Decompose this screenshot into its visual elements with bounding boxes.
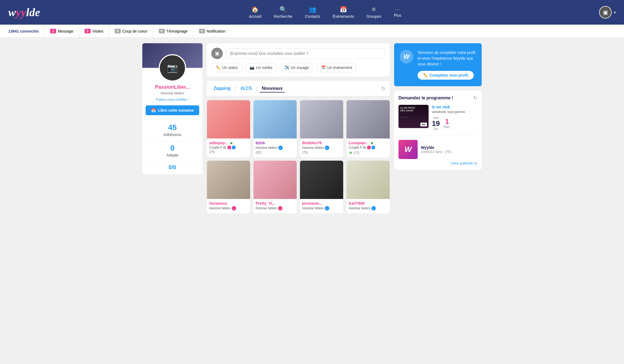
user-avatar[interactable]: ▣	[599, 6, 612, 19]
profile-info-jeromean: jeromean... Homme hétéro ✓	[300, 199, 343, 213]
avatar-icon: ▣	[603, 9, 608, 16]
profile-score-bubbles78: (75)	[302, 151, 341, 154]
profile-name-prettyvi: Pretty_Vi...	[256, 201, 294, 206]
profile-info-lovepapi: Lovepapi... Couple F Bi ♀ ♂ ★ (77)	[346, 138, 390, 157]
profile-type-saltnpep: Couple F Bi ♀ ♂	[209, 146, 248, 149]
event-part-count: 1	[444, 118, 450, 125]
nav-contacts[interactable]: 👥 Contacts	[300, 4, 325, 21]
status-visites[interactable]: 2 Visites	[79, 25, 109, 37]
user-avatar-nav[interactable]: ▣ ▾	[599, 6, 616, 19]
programme-title: Demandez le programme !	[398, 96, 453, 100]
profiles-grid: saltnpep... Couple F Bi ♀ ♂ (75)	[207, 100, 390, 213]
verified-badge-bubbles78: ✓	[325, 146, 329, 150]
status-notification[interactable]: 0 Notification	[193, 25, 231, 37]
adepte-label: Adepte	[142, 153, 203, 157]
nav-accueil[interactable]: 🏠 Accueil	[244, 4, 266, 21]
calendar-small-icon: 📅	[151, 108, 156, 112]
profile-score-lovepapi: ★ (77)	[349, 150, 388, 155]
nav-contacts-label: Contacts	[305, 14, 320, 19]
contacts-icon: 👥	[309, 6, 316, 13]
tab-nouveaux[interactable]: Nouveaux	[260, 85, 285, 93]
club-info: Wyylde 1899211 fans (75)	[421, 145, 477, 154]
nav-plus-label: Plus	[394, 13, 401, 18]
profile-card-jeromean[interactable]: jeromean... Homme hétéro ✓	[300, 161, 343, 213]
tab-separator-1: |	[235, 86, 236, 92]
profile-card-b2ob[interactable]: b2ob Homme hétéro ✓ (92)	[253, 100, 297, 157]
nav-plus[interactable]: ··· Plus	[389, 5, 406, 20]
profile-card-bubbles78[interactable]: Bubbles78 Homme hétéro ✓ (75)	[300, 100, 343, 157]
post-statut-button[interactable]: ✏️ Un statut	[211, 63, 242, 72]
coup-badge: 0	[115, 29, 121, 33]
free-week-button[interactable]: 📅 Libre cette semaine	[146, 105, 199, 115]
profile-img-lovepapi	[346, 100, 390, 138]
profile-avatar[interactable]: 📷	[159, 54, 186, 82]
profile-type: Homme hétéro	[142, 91, 203, 95]
center-content: ▣ ✏️ Un statut 📷 Un média ✈️ Un voyage	[207, 43, 390, 213]
post-evenement-button[interactable]: 📅 Un événement	[316, 63, 357, 72]
status-message[interactable]: 1 Message	[44, 25, 79, 37]
event-name[interactable]: le we club	[432, 105, 477, 109]
tab-lcs[interactable]: #LCS	[238, 85, 254, 93]
programme-header: Demandez le programme ! ↻	[398, 95, 477, 101]
profile-name-bubbles78: Bubbles78	[302, 141, 341, 145]
profile-img-karl7800	[346, 161, 390, 199]
profile-name-ourannos: Ourannos	[209, 201, 248, 206]
nav-groupes[interactable]: ⚛ Groupes	[362, 4, 386, 21]
complete-profile-button[interactable]: ✏️ Compléter mon profil	[418, 71, 474, 80]
home-icon: 🏠	[251, 6, 259, 13]
pub-link[interactable]: Votre publicité ici	[398, 161, 477, 165]
profile-card-ourannos[interactable]: Ourannos Homme hétéro ✓	[207, 161, 250, 213]
verified-badge-b2ob: ✓	[278, 146, 283, 150]
site-logo[interactable]: wyylde	[8, 6, 40, 19]
complete-profile-content: Terminez de compléter votre profil et vi…	[418, 50, 476, 80]
profile-info-saltnpep: saltnpep... Couple F Bi ♀ ♂ (75)	[207, 138, 250, 156]
ratio-block: 0/0	[142, 162, 203, 174]
profile-name-b2ob: b2ob	[256, 141, 294, 145]
club-fans-row: 1899211 fans (75)	[421, 150, 477, 154]
profile-img-prettyvi	[253, 161, 297, 199]
groups-icon: ⚛	[371, 6, 377, 13]
adepte-count: 0	[142, 144, 203, 152]
event-icon: 📅	[321, 65, 326, 70]
complete-profile-text: Terminez de compléter votre profil et vi…	[418, 50, 476, 67]
complete-profile-card: W Terminez de compléter votre profil et …	[394, 43, 482, 86]
club-row: W Wyylde 1899211 fans (75)	[398, 140, 477, 159]
profile-card-lovepapi[interactable]: Lovepapi... Couple F Bi ♀ ♂ ★ (77)	[346, 100, 390, 157]
main-layout: 📷 PassionLiber... Homme hétéro Faites vo…	[134, 38, 490, 219]
tab-zapping[interactable]: Zapping	[211, 85, 233, 93]
event-date: Ven 19 Avr	[432, 116, 440, 131]
nav-evenements[interactable]: 📅 Évènements	[328, 4, 359, 21]
profile-avatar-wrapper: 📷	[142, 54, 203, 82]
profile-info-ourannos: Ourannos Homme hétéro ✓	[207, 199, 250, 213]
left-sidebar: 📷 PassionLiber... Homme hétéro Faites vo…	[142, 43, 203, 213]
profile-card-saltnpep[interactable]: saltnpep... Couple F Bi ♀ ♂ (75)	[207, 100, 250, 157]
status-temoignage[interactable]: 0 Témoignage	[153, 25, 193, 37]
club-logo: W	[398, 140, 418, 159]
visites-label: Visites	[92, 29, 103, 33]
status-coup-de-coeur[interactable]: 0 Coup de coeur	[109, 25, 153, 37]
nav-recherche[interactable]: 🔍 Recherche	[269, 4, 297, 21]
online-indicator-lovepapi	[371, 142, 373, 144]
post-box: ▣ ✏️ Un statut 📷 Un média ✈️ Un voyage	[207, 43, 390, 77]
notification-badge: 0	[199, 29, 205, 33]
post-input[interactable]	[226, 48, 385, 59]
plane-icon: ✈️	[284, 65, 289, 70]
post-avatar-icon: ▣	[215, 50, 219, 56]
post-voyage-button[interactable]: ✈️ Un voyage	[280, 63, 314, 72]
tabs-bar: Zapping | #LCS | Nouveaux ↻	[207, 81, 390, 96]
profile-card-karl7800[interactable]: Karl7800 Homme hétéro ✓	[346, 161, 390, 213]
programme-refresh-icon[interactable]: ↻	[473, 95, 477, 101]
verified-badge-karl7800: ✓	[371, 206, 376, 210]
tabs-row: Zapping | #LCS | Nouveaux ↻	[211, 85, 385, 96]
pencil-icon: ✏️	[216, 65, 221, 70]
profile-img-saltnpep	[207, 100, 250, 138]
profile-card-prettyvi[interactable]: Pretty_Vi... Femme hétéro ✓	[253, 161, 297, 213]
temoignage-label: Témoignage	[166, 29, 188, 33]
profile-img-b2ob	[253, 100, 297, 138]
post-media-button[interactable]: 📷 Un média	[245, 63, 277, 72]
pencil-complete-icon: ✏️	[423, 73, 428, 77]
verified-badge-prettyvi: ✓	[278, 206, 282, 210]
certify-link[interactable]: Faites vous certifier !	[142, 97, 203, 102]
search-icon: 🔍	[279, 6, 287, 13]
refresh-icon[interactable]: ↻	[381, 86, 385, 92]
